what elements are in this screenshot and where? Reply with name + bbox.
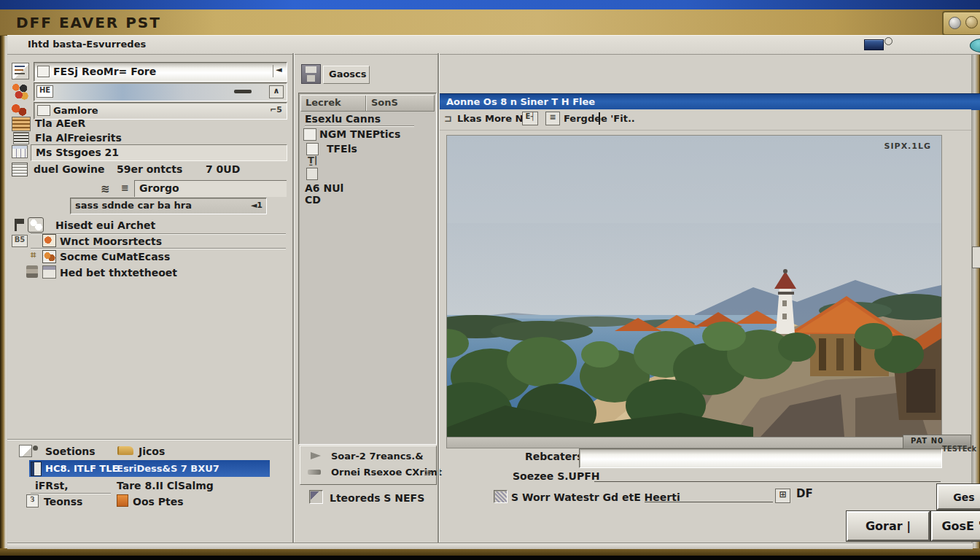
progress-spinner-icon[interactable]: ∧ xyxy=(269,85,284,98)
window-titlebar[interactable]: DFF EAVER PST xyxy=(0,9,980,36)
layout-button-icon[interactable]: E┤ xyxy=(522,112,538,125)
footer-chevron-icon[interactable]: ≫ xyxy=(424,468,432,478)
orange-file-icon xyxy=(117,494,128,507)
send-arrow-icon xyxy=(311,452,321,459)
frame-notch[interactable] xyxy=(972,246,980,268)
b5-badge: B5 xyxy=(12,235,28,247)
middle-top-labelbox[interactable]: Gaoscs xyxy=(323,66,370,84)
preview-image[interactable]: SIPX.1LG xyxy=(446,135,942,438)
form-checkbox[interactable] xyxy=(494,490,508,503)
table-cell[interactable]: Teonss xyxy=(44,496,82,508)
row-c-box[interactable]: Ms Stsgoes 21 xyxy=(31,144,287,161)
frame-right xyxy=(971,35,980,560)
filter-combo-dropdown-icon[interactable]: ◄1 xyxy=(251,201,262,210)
table-cell[interactable]: Oos Ptes xyxy=(133,496,184,508)
image-watermark: SIPX.1LG xyxy=(884,141,931,151)
panel-divider[interactable] xyxy=(292,53,294,543)
dock-icon[interactable]: ⊐ xyxy=(444,113,452,124)
row-a-label[interactable]: Tla AEeR xyxy=(35,117,85,129)
form-field3-input[interactable] xyxy=(645,491,773,502)
contacts-icon xyxy=(28,217,44,233)
explore-field-icon xyxy=(37,105,50,116)
gose-button[interactable]: GosE ' xyxy=(931,511,980,541)
progress-field[interactable]: HE ∧ xyxy=(34,82,287,101)
filter-combo[interactable]: sass sdnde car ba hra ◄1 xyxy=(70,198,267,214)
display-icon[interactable] xyxy=(864,39,884,50)
panel-divider xyxy=(438,53,439,543)
frame-bottom-black xyxy=(0,556,980,560)
row-d-label-1[interactable]: duel Gowine xyxy=(34,163,104,175)
row-d-label-3: 7 0UD xyxy=(206,163,240,175)
close-button-icon[interactable] xyxy=(965,16,978,28)
divider xyxy=(31,248,286,249)
group-box-label: Grorgo xyxy=(139,182,179,194)
magnifier-icon[interactable] xyxy=(884,37,892,45)
address-combo-value: FESj ReoMr= Fore xyxy=(53,66,156,77)
footer-item-0[interactable]: Soar-2 7reancs.& xyxy=(331,451,423,462)
list-view-button-icon[interactable]: ≡ xyxy=(545,112,560,125)
file-listbox[interactable]: Lecrek SonS Esexlu Canns NGM TNEPtics TF… xyxy=(298,93,437,445)
column-divider[interactable] xyxy=(365,96,366,111)
tree-item-3[interactable]: Socme CuMatEcass xyxy=(60,251,170,262)
list-item-1[interactable]: NGM TNEPtics xyxy=(319,128,400,140)
window-controls[interactable] xyxy=(942,11,980,36)
form-field1-input[interactable] xyxy=(579,448,942,468)
row-c-label: Ms Stsgoes 21 xyxy=(36,147,119,158)
list-item-2[interactable]: TFEls xyxy=(327,143,357,155)
file-icon xyxy=(306,143,319,155)
stamp-icon: ≋ xyxy=(101,182,110,195)
folder-icon xyxy=(119,446,133,455)
column-header-2[interactable]: SonS xyxy=(371,97,398,108)
ges-button-label: Ges xyxy=(953,491,974,503)
list-icon[interactable] xyxy=(13,132,29,144)
table-header-1[interactable]: Soetions xyxy=(45,446,96,457)
table-header-2[interactable]: Jicos xyxy=(139,446,165,457)
table-cell: HC8. ITLF TLE xyxy=(45,463,118,474)
address-combo[interactable]: FESj ReoMr= Fore ◄ xyxy=(34,62,287,82)
preview-titlebar[interactable]: Aonne Os 8 n Siner T H Flee xyxy=(440,93,980,110)
table-icon[interactable] xyxy=(12,145,28,158)
minimize-button-icon[interactable] xyxy=(949,17,961,29)
address-combo-dropdown-icon[interactable]: ◄ xyxy=(273,65,284,77)
desktop-strip xyxy=(0,0,980,9)
menu-item[interactable]: Ihtd basta-Esvurredes xyxy=(28,39,146,50)
preview-title: Aonne Os 8 n Siner T H Flee xyxy=(446,96,595,107)
row-b-label[interactable]: Fla AlFreiesrits xyxy=(35,132,122,144)
gorar-button[interactable]: Gorar | xyxy=(847,511,930,541)
divider xyxy=(31,233,286,234)
tree-item-4[interactable]: Hed bet thxtetheoet xyxy=(60,267,177,279)
file-icon xyxy=(303,128,316,141)
reply-arrow-icon xyxy=(308,470,321,475)
table-cell[interactable]: iFRst, xyxy=(35,480,69,491)
grid-picker-icon[interactable]: ⊞ xyxy=(775,489,790,503)
tree-item-2[interactable]: Wnct Moorsrtects xyxy=(60,236,162,247)
list-item-4[interactable]: CD xyxy=(305,194,321,206)
form-field2-input[interactable] xyxy=(594,470,941,482)
explore-field-buttons-icon[interactable]: ⌐5 xyxy=(270,105,282,114)
grid-doc-icon[interactable] xyxy=(12,163,28,176)
form-field2-label: Soezee S.UPFH xyxy=(513,470,600,482)
page-edit-icon[interactable] xyxy=(12,63,29,79)
group-box[interactable]: Grorgo xyxy=(134,180,287,197)
photo-icon xyxy=(42,234,56,247)
column-header-1[interactable]: Lecrek xyxy=(306,97,341,108)
cabinet-icon[interactable] xyxy=(12,117,31,131)
divider xyxy=(7,439,292,440)
power-ball-icon[interactable] xyxy=(970,39,980,52)
doc3-icon: Ɜ xyxy=(26,494,39,508)
middle-checkbox-label[interactable]: Lteoreds S NEFS xyxy=(330,492,424,504)
tools-icon[interactable] xyxy=(10,102,29,118)
ges-button[interactable]: Ges xyxy=(937,484,980,510)
scrollbar-tag-label: PAT N0 xyxy=(911,437,944,445)
tree-item-1[interactable]: Hisedt eui Archet xyxy=(55,219,155,231)
progress-dash-icon xyxy=(234,90,252,93)
middle-checkbox[interactable] xyxy=(309,490,323,504)
save-icon[interactable] xyxy=(301,64,321,84)
table-row-selected[interactable]: HC8. ITLF TLE EsriDess&S 7 BXU7 xyxy=(29,460,270,477)
list-item-0[interactable]: Esexlu Canns xyxy=(305,113,381,125)
horizontal-scrollbar[interactable] xyxy=(446,437,942,448)
people-group-icon[interactable] xyxy=(10,82,29,101)
list-item-3[interactable]: A6 NUl xyxy=(305,182,343,194)
table-cell[interactable]: Tare 8.II ClSalmg xyxy=(117,480,214,491)
form-field1-label: Rebcaters xyxy=(525,451,583,462)
